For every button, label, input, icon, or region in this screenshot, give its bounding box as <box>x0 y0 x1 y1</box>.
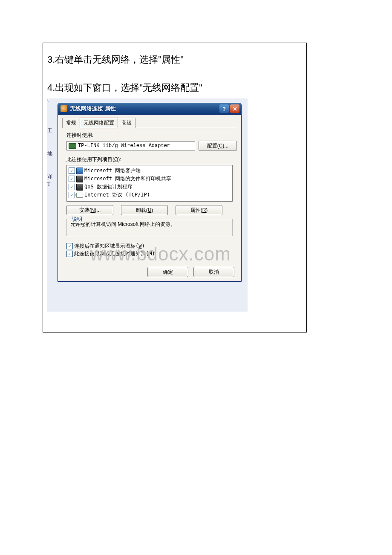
tab-advanced[interactable]: 高级 <box>118 118 135 128</box>
cancel-button[interactable]: 取消 <box>193 267 234 277</box>
tab-general[interactable]: 常规 <box>62 118 80 128</box>
adapter-card-icon <box>69 143 76 149</box>
items-label: 此连接使用下列项目(O): <box>66 156 237 163</box>
network-icon <box>61 105 67 112</box>
connect-using-label: 连接时使用: <box>66 132 237 139</box>
qos-icon <box>76 184 83 191</box>
properties-button[interactable]: 属性(R) <box>176 205 222 215</box>
tcpip-icon <box>76 193 83 198</box>
close-button[interactable]: ✕ <box>230 104 239 113</box>
list-item[interactable]: ✓ QoS 数据包计划程序 <box>69 183 231 191</box>
step-4-text: 4.出现如下窗口，选择"无线网络配置" <box>47 81 302 94</box>
uninstall-button[interactable]: 卸载(U) <box>121 205 168 215</box>
dialog-body: 常规 无线网络配置 高级 连接时使用: TP-LINK 11b/g Wirele… <box>58 115 241 281</box>
show-icon-label: 连接后在通知区域显示图标(W) <box>74 242 145 250</box>
checkbox-icon[interactable]: ✓ <box>66 243 73 249</box>
titlebar-buttons: ? ✕ <box>219 104 239 113</box>
properties-dialog: 无线网络连接 属性 ? ✕ 常规 无线网络配置 高级 连接时使用: <box>58 103 242 282</box>
document-page: 3.右键单击无线网络，选择"属性" 4.出现如下窗口，选择"无线网络配置" t … <box>0 0 392 555</box>
notify-row[interactable]: ✓ 此连接被限制或无连接时通知我(M) <box>66 250 233 257</box>
protocol-list[interactable]: ✓ Microsoft 网络客户端 ✓ Microsoft 网络的文件和打印机共… <box>66 165 233 202</box>
protocol-label: Microsoft 网络客户端 <box>84 167 141 175</box>
protocol-buttons: 安装(N)... 卸载(U) 属性(R) <box>66 205 233 215</box>
ok-button[interactable]: 确定 <box>147 267 188 277</box>
dialog-action-buttons: 确定 取消 <box>62 267 234 277</box>
adapter-name: TP-LINK 11b/g Wireless Adapter <box>78 143 170 149</box>
adapter-field[interactable]: TP-LINK 11b/g Wireless Adapter <box>66 141 195 150</box>
step-3-text: 3.右键单击无线网络，选择"属性" <box>47 53 302 66</box>
checkbox-icon[interactable]: ✓ <box>66 251 73 257</box>
checkbox-icon[interactable]: ✓ <box>69 192 75 198</box>
dialog-titlebar[interactable]: 无线网络连接 属性 ? ✕ <box>58 103 241 115</box>
document-frame: 3.右键单击无线网络，选择"属性" 4.出现如下窗口，选择"无线网络配置" t … <box>43 43 307 332</box>
screenshot-area: t 工 地 详T 无线网络连接 属性 ? ✕ 常规 <box>47 98 248 312</box>
protocol-label: Microsoft 网络的文件和打印机共享 <box>84 175 171 183</box>
tab-strip: 常规 无线网络配置 高级 <box>62 117 237 128</box>
protocol-label: QoS 数据包计划程序 <box>84 183 133 191</box>
description-group: 说明 允许您的计算机访问 Microsoft 网络上的资源。 <box>66 219 233 236</box>
install-button[interactable]: 安装(N)... <box>66 205 113 215</box>
help-button[interactable]: ? <box>219 104 229 113</box>
protocol-label: Internet 协议 (TCP/IP) <box>84 191 150 199</box>
client-icon <box>76 168 83 174</box>
description-legend: 说明 <box>70 216 84 223</box>
notification-options: ✓ 连接后在通知区域显示图标(W) ✓ 此连接被限制或无连接时通知我(M) <box>66 242 233 257</box>
list-item[interactable]: ✓ Microsoft 网络的文件和打印机共享 <box>69 175 231 183</box>
description-text: 允许您的计算机访问 Microsoft 网络上的资源。 <box>70 221 176 227</box>
share-icon <box>76 176 83 182</box>
adapter-row: TP-LINK 11b/g Wireless Adapter 配置(C)... <box>66 141 237 151</box>
checkbox-icon[interactable]: ✓ <box>69 184 75 190</box>
tab-wireless-config[interactable]: 无线网络配置 <box>80 118 118 128</box>
dialog-title: 无线网络连接 属性 <box>70 105 219 113</box>
show-icon-row[interactable]: ✓ 连接后在通知区域显示图标(W) <box>66 242 233 250</box>
notify-label: 此连接被限制或无连接时通知我(M) <box>74 250 155 257</box>
checkbox-icon[interactable]: ✓ <box>69 176 75 182</box>
configure-button-label: 配置(C)... <box>207 142 229 150</box>
checkbox-icon[interactable]: ✓ <box>69 168 75 174</box>
list-item[interactable]: ✓ Internet 协议 (TCP/IP) <box>69 191 231 199</box>
list-item[interactable]: ✓ Microsoft 网络客户端 <box>69 167 231 175</box>
configure-button[interactable]: 配置(C)... <box>199 141 237 151</box>
